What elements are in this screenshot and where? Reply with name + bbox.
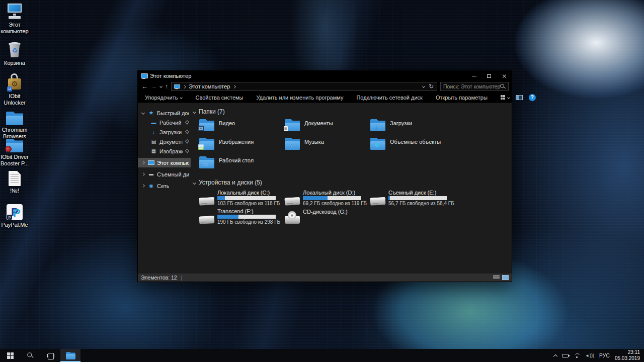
- folder-icon: ▤: [199, 119, 214, 131]
- hard-drive-icon: [199, 216, 215, 224]
- close-button[interactable]: [497, 71, 512, 81]
- desktop-icon-label: !№!: [10, 188, 19, 194]
- disk-usage-bar: [217, 215, 276, 219]
- folder-tile-downloads[interactable]: ↓ Загрузки: [370, 118, 456, 137]
- address-dropdown-chevron-icon[interactable]: [422, 85, 425, 88]
- sidebar-item-downloads[interactable]: ↓ Загрузки: [138, 127, 191, 137]
- downloads-arrow-icon: ↓: [150, 129, 157, 135]
- folder-tile-music[interactable]: ♪ Музыка: [285, 137, 370, 155]
- removable-drive-icon: ▬: [148, 172, 154, 176]
- drive-tile-d[interactable]: Локальный диск (D:) 69,2 ГБ свободно из …: [285, 189, 370, 208]
- minimize-button[interactable]: [466, 71, 481, 81]
- sidebar-item-network[interactable]: ◉ Сеть: [138, 181, 191, 191]
- folder-tile-desktop[interactable]: ▭ Рабочий стол: [199, 155, 285, 174]
- sidebar-item-desktop[interactable]: ▬ Рабочий стол: [138, 118, 191, 127]
- desktop-icon-iobit-unlocker[interactable]: ⚙U IObit Unlocker: [0, 73, 29, 106]
- desktop-icon-label: Этот компьютер: [0, 22, 29, 35]
- desktop-icon-chromium-browsers[interactable]: Chromium Browsers: [0, 112, 29, 140]
- desktop-icon-label: IObit Driver Booster P...: [0, 154, 29, 167]
- desktop-icon-text-file[interactable]: !№!: [0, 171, 29, 194]
- chevron-down-icon: [507, 96, 510, 99]
- task-view-button[interactable]: [40, 349, 60, 362]
- taskbar-file-explorer-button[interactable]: [60, 349, 80, 362]
- volume-icon[interactable]: ◄))): [585, 353, 594, 358]
- large-icons-view-icon[interactable]: [502, 275, 509, 280]
- chevron-right-icon[interactable]: [141, 172, 145, 176]
- chevron-down-icon[interactable]: [141, 111, 145, 115]
- network-icon: ◉: [148, 184, 154, 189]
- up-button[interactable]: ↑: [165, 83, 168, 89]
- clock[interactable]: 23:11 05.03.2019: [615, 349, 640, 361]
- close-icon: [502, 74, 507, 78]
- drive-tile-f[interactable]: Transcend (F:) 190 ГБ свободно из 298 ГБ: [199, 208, 285, 226]
- sidebar-item-this-pc[interactable]: Этот компьютер: [138, 158, 191, 167]
- sidebar-item-documents[interactable]: ▤ Документы: [138, 137, 191, 146]
- cd-drive-icon: [285, 216, 300, 224]
- desktop-folder-icon: ▬: [150, 120, 157, 125]
- chevron-right-icon: [183, 84, 186, 88]
- cd-disc-icon: [288, 211, 296, 220]
- preview-pane-icon[interactable]: [516, 95, 523, 100]
- disk-usage-bar: [217, 196, 276, 200]
- wifi-icon[interactable]: [574, 353, 580, 358]
- desktop-icon-iobit-driver-booster[interactable]: IObit Driver Booster P...: [0, 139, 29, 167]
- maximize-button[interactable]: [481, 71, 497, 81]
- taskbar: ◄))) РУС 23:11 05.03.2019: [0, 349, 644, 362]
- download-emblem-icon: ↓: [374, 123, 378, 130]
- title-bar[interactable]: Этот компьютер: [138, 71, 512, 81]
- drive-tile-e[interactable]: Съемный диск (E:) 56,7 ГБ свободно из 58…: [370, 189, 456, 208]
- address-bar: ← → ↑ Этот компьютер ↻ Поиск: Этот компь…: [138, 81, 512, 92]
- this-pc-icon: [148, 160, 154, 165]
- sidebar-item-quick-access[interactable]: ★ Быстрый доступ: [138, 108, 191, 118]
- open-settings-button[interactable]: Открыть параметры: [436, 95, 488, 101]
- map-network-drive-button[interactable]: Подключить сетевой диск: [356, 95, 422, 101]
- folder-tile-pictures[interactable]: ▨ Изображения: [199, 137, 285, 155]
- windows-logo-icon: [7, 352, 14, 359]
- back-button[interactable]: ←: [142, 83, 148, 89]
- devices-section-header[interactable]: Устройства и диски (5): [193, 178, 512, 187]
- organize-menu[interactable]: Упорядочить: [145, 95, 182, 101]
- hard-drive-icon: [370, 197, 386, 206]
- folders-grid: ▤ Видео ≡ Документы ↓ Загрузки ▨ Изображ…: [193, 118, 512, 174]
- chevron-right-icon[interactable]: [141, 184, 145, 188]
- tray-expand-chevron-icon[interactable]: [553, 354, 557, 358]
- drive-tile-c[interactable]: Локальный диск (C:) 103 ГБ свободно из 1…: [199, 189, 285, 208]
- drive-tile-g-cd[interactable]: CD-дисковод (G:): [285, 208, 370, 226]
- language-indicator[interactable]: РУС: [599, 353, 610, 358]
- breadcrumb-item[interactable]: Этот компьютер: [189, 83, 230, 89]
- taskbar-search-button[interactable]: [20, 349, 40, 362]
- details-view-icon[interactable]: [493, 275, 500, 280]
- sidebar-item-removable-disk[interactable]: ▬ Съемный диск (E:): [138, 169, 191, 179]
- desktop-icon-this-pc[interactable]: Этот компьютер: [0, 3, 29, 35]
- tray-time: 23:11: [615, 349, 640, 355]
- folder-tile-videos[interactable]: ▤ Видео: [199, 118, 285, 137]
- help-icon[interactable]: ?: [529, 94, 536, 101]
- forward-button[interactable]: →: [151, 83, 157, 89]
- system-properties-button[interactable]: Свойства системы: [195, 95, 243, 101]
- folder-tile-3d-objects[interactable]: ❖ Объемные объекты: [370, 137, 456, 155]
- hard-drive-icon: [199, 197, 215, 206]
- search-input[interactable]: Поиск: Этот компьютер: [440, 82, 509, 91]
- chevron-down-icon: [193, 180, 196, 184]
- sidebar-item-pictures[interactable]: ▦ Изображения: [138, 146, 191, 156]
- start-button[interactable]: [0, 349, 20, 362]
- change-view-button[interactable]: [501, 95, 510, 100]
- desktop: Этот компьютер ♻ Корзина ⚙U IObit Unlock…: [0, 0, 644, 362]
- pin-icon: [185, 139, 189, 144]
- folder-tile-documents[interactable]: ≡ Документы: [285, 118, 370, 137]
- search-icon[interactable]: [500, 84, 506, 89]
- chevron-right-icon[interactable]: [141, 161, 145, 164]
- navigation-buttons: ← → ↑: [140, 83, 170, 89]
- uninstall-program-button[interactable]: Удалить или изменить программу: [256, 95, 343, 101]
- folders-section-header[interactable]: Папки (7): [193, 107, 512, 116]
- breadcrumb[interactable]: Этот компьютер ↻: [171, 82, 437, 91]
- window-computer-icon: [141, 73, 147, 79]
- explorer-window: Этот компьютер ← → ↑ Этот компьютер: [137, 70, 512, 282]
- desktop-icon-paypal[interactable]: PPp PayPal.Me: [0, 204, 29, 228]
- desktop-icon-recycle-bin[interactable]: ♻ Корзина: [0, 41, 29, 66]
- desktop-icon-label: PayPal.Me: [1, 222, 28, 228]
- recent-locations-chevron-icon[interactable]: [159, 85, 163, 88]
- power-icon[interactable]: [562, 354, 569, 357]
- refresh-icon[interactable]: ↻: [429, 83, 434, 89]
- picture-emblem-icon: ▨: [198, 144, 204, 150]
